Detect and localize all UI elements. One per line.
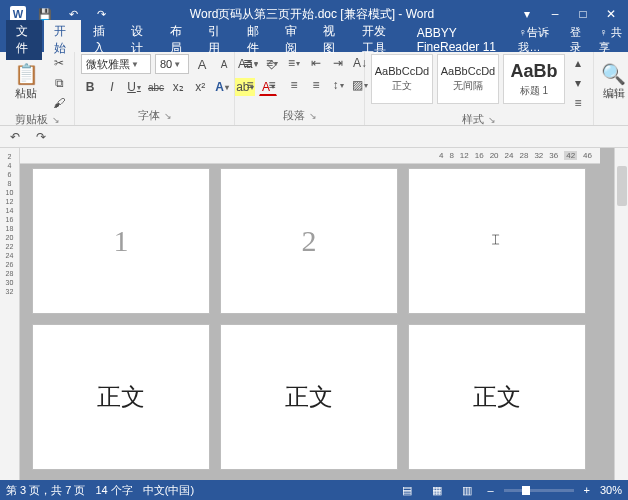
ribbon-options-button[interactable]: ▾ [514,4,540,24]
ruler-tick: 46 [583,151,592,160]
clipboard-launcher-icon[interactable]: ↘ [52,115,60,125]
document-area: 2468101214161820222426283032 4 8 12 16 2… [0,148,628,480]
view-read-mode-icon[interactable]: ▤ [397,483,417,497]
ruler-tick: 36 [549,151,558,160]
group-editing: 🔍 编辑 [594,52,628,125]
ribbon-tabs: 文件 开始 插入 设计 布局 引用 邮件 审阅 视图 开发工具 ABBYY Fi… [0,28,628,52]
vertical-ruler[interactable]: 2468101214161820222426283032 [0,148,20,480]
styles-launcher-icon[interactable]: ↘ [488,115,496,125]
zoom-in-button[interactable]: + [584,484,590,496]
page-number: 2 [302,224,317,258]
group-clipboard: 📋 粘贴 ✂ ⧉ 🖌 剪贴板↘ [0,52,75,125]
text-effects-button[interactable]: A▾ [213,78,231,96]
page-thumb-5[interactable]: 正文 [220,324,398,470]
page-text: 正文 [97,381,145,413]
styles-scroll-up-icon[interactable]: ▴ [569,54,587,72]
format-painter-button[interactable]: 🖌 [50,94,68,112]
copy-button[interactable]: ⧉ [50,74,68,92]
page-thumb-6[interactable]: 正文 [408,324,586,470]
page-thumb-4[interactable]: 正文 [32,324,210,470]
zoom-level[interactable]: 30% [600,484,622,496]
style-card-normal[interactable]: AaBbCcDd 正文 [371,54,433,104]
group-paragraph-label: 段落 [283,108,305,123]
ruler-tick: 8 [449,151,453,160]
page-thumb-2[interactable]: 2 [220,168,398,314]
strike-button[interactable]: abc [147,78,165,96]
styles-scroll-down-icon[interactable]: ▾ [569,74,587,92]
ruler-tick: 32 [534,151,543,160]
numbering-button[interactable]: ≡▾ [263,54,281,72]
scrollbar-thumb[interactable] [617,166,627,206]
zoom-slider[interactable] [504,489,574,492]
style-card-nospacing[interactable]: AaBbCcDd 无间隔 [437,54,499,104]
style-name: 无间隔 [453,79,483,93]
grow-font-button[interactable]: A [193,55,211,73]
align-left-button[interactable]: ≡ [241,76,259,94]
style-name: 标题 1 [520,84,548,98]
paste-button[interactable]: 📋 粘贴 [6,54,46,108]
ruler-tick: 24 [505,151,514,160]
page-thumb-1[interactable]: 1 [32,168,210,314]
view-web-layout-icon[interactable]: ▥ [457,483,477,497]
underline-button[interactable]: U▾ [125,78,143,96]
bullets-button[interactable]: ≣▾ [241,54,259,72]
italic-button[interactable]: I [103,78,121,96]
status-bar: 第 3 页，共 7 页 14 个字 中文(中国) ▤ ▦ ▥ – + 30% [0,480,628,500]
font-size-select[interactable]: 80▼ [155,54,189,74]
align-center-button[interactable]: ≡ [263,76,281,94]
font-size-value: 80 [160,58,172,70]
horizontal-ruler[interactable]: 4 8 12 16 20 24 28 32 36 42 46 [20,148,600,164]
bold-button[interactable]: B [81,78,99,96]
font-name-select[interactable]: 微软雅黑▼ [81,54,151,74]
secondary-qat: ↶ ↷ [0,126,628,148]
status-language[interactable]: 中文(中国) [143,483,194,498]
editing-label: 编辑 [603,86,625,101]
align-right-button[interactable]: ≡ [285,76,303,94]
group-paragraph: ≣▾ ≡▾ ≡▾ ⇤ ⇥ A↓ ¶ ≡ ≡ ≡ ≡ ↕▾ ▨▾ ▦▾ 段落↘ [235,52,365,125]
ribbon: 📋 粘贴 ✂ ⧉ 🖌 剪贴板↘ 微软雅黑▼ 80▼ A A Aa▾ ◇ B [0,52,628,126]
view-print-layout-icon[interactable]: ▦ [427,483,447,497]
editing-menu-button[interactable]: 🔍 编辑 [600,54,627,108]
zoom-slider-thumb[interactable] [522,486,530,495]
redo-button[interactable]: ↷ [32,128,50,146]
page-text: 正文 [285,381,333,413]
status-page-count[interactable]: 第 3 页，共 7 页 [6,483,85,498]
close-button[interactable]: ✕ [598,4,624,24]
style-card-heading1[interactable]: AaBb 标题 1 [503,54,565,104]
vertical-scrollbar[interactable] [614,148,628,480]
font-launcher-icon[interactable]: ↘ [164,111,172,121]
style-name: 正文 [392,79,412,93]
group-styles-label: 样式 [462,112,484,127]
shrink-font-button[interactable]: A [215,55,233,73]
ruler-tick: 4 [439,151,443,160]
page-thumbnails: 1 2 ⌶ 正文 正文 正文 [32,168,586,470]
maximize-button[interactable]: □ [570,4,596,24]
dec-indent-button[interactable]: ⇤ [307,54,325,72]
style-preview: AaBb [510,61,557,82]
superscript-button[interactable]: x² [191,78,209,96]
ruler-tick: 16 [475,151,484,160]
inc-indent-button[interactable]: ⇥ [329,54,347,72]
share-label: 共享 [599,26,621,53]
multilevel-button[interactable]: ≡▾ [285,54,303,72]
styles-expand-icon[interactable]: ≡ [569,94,587,112]
align-justify-button[interactable]: ≡ [307,76,325,94]
font-name-value: 微软雅黑 [86,57,130,72]
undo-button[interactable]: ↶ [6,128,24,146]
paste-label: 粘贴 [15,86,37,101]
group-styles: AaBbCcDd 正文 AaBbCcDd 无间隔 AaBb 标题 1 ▴ ▾ ≡… [365,52,594,125]
cut-button[interactable]: ✂ [50,54,68,72]
ruler-tick: 42 [564,151,577,160]
zoom-out-button[interactable]: – [487,484,493,496]
clipboard-icon: 📋 [14,62,39,86]
ruler-tick: 12 [460,151,469,160]
page-thumb-3[interactable]: ⌶ [408,168,586,314]
line-spacing-button[interactable]: ↕▾ [329,76,347,94]
find-icon: 🔍 [601,62,626,86]
paragraph-launcher-icon[interactable]: ↘ [309,111,317,121]
style-preview: AaBbCcDd [375,65,429,77]
status-word-count[interactable]: 14 个字 [95,483,132,498]
minimize-button[interactable]: – [542,4,568,24]
subscript-button[interactable]: x₂ [169,78,187,96]
text-cursor-icon: ⌶ [492,232,502,250]
